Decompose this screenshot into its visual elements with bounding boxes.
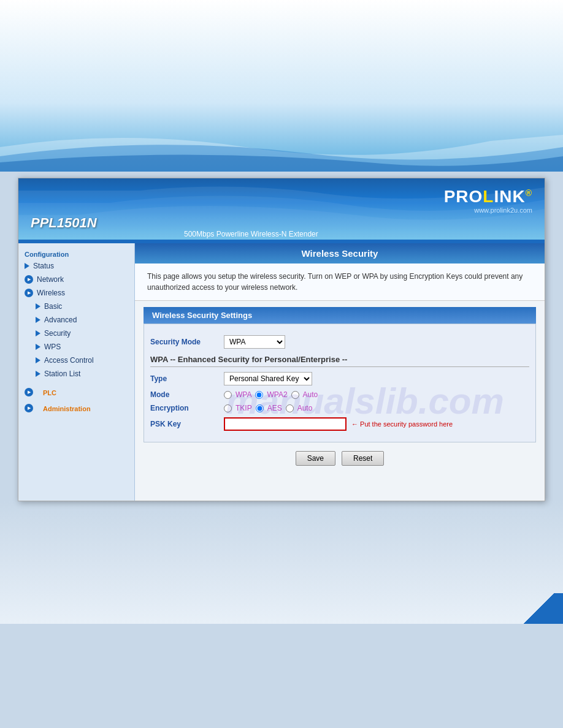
encryption-label: Encryption <box>150 404 224 412</box>
arrow-icon-basic <box>36 303 40 309</box>
sidebar-item-station-list[interactable]: Station List <box>18 367 134 381</box>
device-subtitle: 500Mbps Powerline Wireless-N Extender <box>184 230 318 238</box>
main-layout: Configuration Status Network Wireless Ba… <box>18 243 545 501</box>
arrow-icon <box>25 263 29 269</box>
sidebar: Configuration Status Network Wireless Ba… <box>18 243 135 501</box>
encryption-control: TKIP AES Auto <box>224 404 529 412</box>
sidebar-label-security: Security <box>44 329 71 338</box>
mode-label: Mode <box>150 390 224 399</box>
security-mode-select[interactable]: None WEP WPA <box>224 335 285 349</box>
sidebar-label-wps: WPS <box>44 343 61 351</box>
bottom-blue-corner <box>514 593 563 624</box>
mode-row: Mode WPA WPA2 Auto <box>150 390 529 399</box>
psk-key-control: ← Put the security password here <box>224 417 529 431</box>
sidebar-label-plc: PLC <box>37 387 63 398</box>
type-select[interactable]: Personal Shared Key Enterprise <box>224 372 312 385</box>
circle-icon-admin <box>25 404 33 412</box>
sidebar-label-station-list: Station List <box>44 370 80 378</box>
save-button[interactable]: Save <box>296 451 335 466</box>
router-container: PPL1501N 500Mbps Powerline Wireless-N Ex… <box>18 178 545 501</box>
content-description: This page allows you setup the wireless … <box>135 264 545 301</box>
sidebar-item-advanced[interactable]: Advanced <box>18 313 134 327</box>
circle-icon-plc <box>25 388 33 396</box>
sidebar-item-wireless[interactable]: Wireless <box>18 286 134 300</box>
top-decorative-area <box>0 0 563 172</box>
security-mode-label: Security Mode <box>150 338 224 346</box>
encryption-row: Encryption TKIP AES Auto <box>150 404 529 412</box>
device-model: PPL1501N <box>31 215 97 231</box>
circle-icon-network <box>25 275 33 284</box>
sidebar-item-wps[interactable]: WPS <box>18 340 134 354</box>
mode-control: WPA WPA2 Auto <box>224 390 529 399</box>
sidebar-label-wireless: Wireless <box>37 289 65 297</box>
arrow-icon-wps <box>36 344 40 350</box>
content-area: Wireless Security This page allows you s… <box>135 243 545 501</box>
encryption-auto-label[interactable]: Auto <box>297 404 313 412</box>
reset-button[interactable]: Reset <box>342 451 384 466</box>
sidebar-item-network[interactable]: Network <box>18 273 134 286</box>
sidebar-label-basic: Basic <box>44 302 62 311</box>
mode-wpa2-radio[interactable] <box>255 391 263 399</box>
logo-name: PROLINK® <box>444 187 532 207</box>
bottom-area <box>0 501 563 624</box>
encryption-tkip-label[interactable]: TKIP <box>236 404 252 412</box>
sidebar-label-admin: Administration <box>37 403 97 414</box>
type-control: Personal Shared Key Enterprise <box>224 372 529 385</box>
sidebar-label-network: Network <box>37 275 64 284</box>
settings-table: Security Mode None WEP WPA WPA -- Enhanc… <box>144 324 536 442</box>
psk-key-note: ← Put the security password here <box>351 420 453 428</box>
sidebar-item-administration[interactable]: Administration <box>18 400 134 416</box>
sidebar-label-advanced: Advanced <box>44 316 77 324</box>
brand-logo: PROLINK® www.prolink2u.com <box>444 187 532 214</box>
circle-icon-wireless <box>25 289 33 297</box>
encryption-aes-label[interactable]: AES <box>267 404 282 412</box>
content-title: Wireless Security <box>135 243 545 264</box>
type-row: Type Personal Shared Key Enterprise <box>150 372 529 385</box>
psk-key-label: PSK Key <box>150 420 224 428</box>
sidebar-item-security[interactable]: Security <box>18 327 134 340</box>
encryption-tkip-radio[interactable] <box>224 404 232 412</box>
button-row: Save Reset <box>135 451 545 466</box>
security-mode-row: Security Mode None WEP WPA <box>150 335 529 349</box>
settings-section-header: Wireless Security Settings <box>144 307 536 324</box>
sidebar-item-access-control[interactable]: Access Control <box>18 354 134 367</box>
psk-key-input[interactable] <box>224 417 347 431</box>
security-mode-control: None WEP WPA <box>224 335 529 349</box>
mode-wpa2-label[interactable]: WPA2 <box>267 390 287 399</box>
mode-wpa-label[interactable]: WPA <box>236 390 251 399</box>
encryption-aes-radio[interactable] <box>256 404 264 412</box>
mode-auto-radio[interactable] <box>291 391 299 399</box>
logo-url: www.prolink2u.com <box>444 207 532 214</box>
sidebar-item-status[interactable]: Status <box>18 259 134 273</box>
wpa-section-header: WPA -- Enhanced Security for Personal/En… <box>150 355 529 367</box>
configuration-label: Configuration <box>18 248 134 259</box>
sidebar-item-plc[interactable]: PLC <box>18 384 134 400</box>
mode-auto-label[interactable]: Auto <box>303 390 318 399</box>
sidebar-item-basic[interactable]: Basic <box>18 300 134 313</box>
mode-wpa-radio[interactable] <box>224 391 232 399</box>
arrow-icon-access-control <box>36 357 40 363</box>
sidebar-label-status: Status <box>33 262 54 270</box>
sidebar-label-access-control: Access Control <box>44 356 94 365</box>
type-label: Type <box>150 374 224 383</box>
router-header: PPL1501N 500Mbps Powerline Wireless-N Ex… <box>18 178 545 240</box>
psk-key-row: PSK Key ← Put the security password here <box>150 417 529 431</box>
encryption-auto-radio[interactable] <box>286 404 294 412</box>
arrow-icon-station-list <box>36 371 40 377</box>
arrow-icon-advanced <box>36 317 40 323</box>
arrow-icon-security <box>36 330 40 336</box>
